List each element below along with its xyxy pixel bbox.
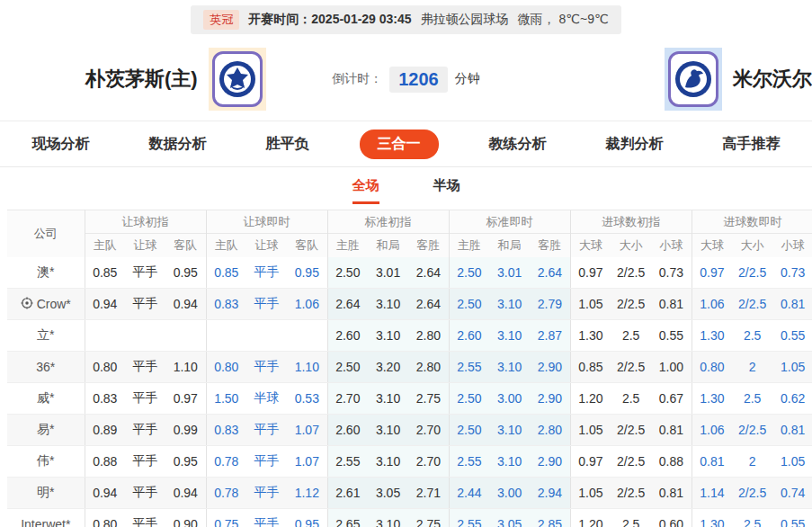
company-cell: 36* — [7, 352, 85, 383]
kickoff-value: 2025-01-29 03:45 — [311, 12, 411, 26]
odds-cell: 0.80 — [692, 352, 732, 383]
odds-cell: 3.10 — [368, 446, 408, 478]
odds-cell: 1.07 — [287, 415, 327, 446]
odds-cell: 平手 — [246, 289, 287, 320]
odds-cell — [206, 320, 246, 352]
odds-cell: 1.30 — [570, 320, 611, 352]
odds-cell: 0.81 — [651, 478, 692, 509]
odds-cell: 3.10 — [368, 509, 408, 527]
odds-cell: 2.80 — [408, 320, 449, 352]
subtab-1[interactable]: 半场 — [433, 177, 460, 204]
odds-cell: 1.50 — [206, 383, 246, 415]
company-column-header: 公司 — [7, 210, 85, 257]
odds-cell: 0.88 — [85, 446, 125, 478]
odds-cell: 1.30 — [692, 509, 732, 527]
odds-cell: 3.05 — [368, 478, 408, 509]
sub-header: 主队 — [206, 234, 246, 257]
match-info-bar: 英冠 开赛时间：2025-01-29 03:45 弗拉顿公园球场 微雨， 8℃~… — [0, 0, 812, 34]
sub-header: 主队 — [85, 234, 125, 257]
odds-cell: 3.00 — [489, 383, 530, 415]
odds-cell: 1.06 — [692, 289, 732, 320]
company-name: Interwet* — [21, 517, 70, 527]
odds-cell: 0.83 — [206, 415, 246, 446]
odds-cell: 0.75 — [206, 509, 246, 527]
odds-cell: 平手 — [246, 509, 287, 527]
odds-cell: 1.10 — [165, 352, 206, 383]
odds-cell: 0.94 — [165, 478, 206, 509]
odds-cell — [85, 320, 125, 352]
subtab-0[interactable]: 全场 — [352, 177, 379, 204]
odds-cell: 0.80 — [206, 352, 246, 383]
odds-cell: 1.05 — [570, 415, 611, 446]
odds-cell: 3.10 — [368, 383, 408, 415]
weather-label: 微雨， 8℃~9℃ — [518, 12, 609, 28]
millwall-crest-icon — [668, 51, 718, 107]
odds-cell: 1.10 — [287, 352, 327, 383]
company-cell: 威* — [7, 383, 85, 415]
odds-cell: 2.80 — [408, 352, 449, 383]
nav-tab-3[interactable]: 三合一 — [360, 130, 439, 159]
odds-cell: 3.01 — [489, 257, 530, 289]
nav-tab-1[interactable]: 数据分析 — [140, 130, 216, 159]
group-header-1: 让球即时 — [206, 210, 327, 234]
odds-cell: 2.64 — [408, 257, 449, 289]
nav-tab-2[interactable]: 胜平负 — [257, 130, 318, 159]
odds-cell — [165, 320, 206, 352]
odds-cell: 0.73 — [772, 257, 812, 289]
odds-cell: 0.67 — [651, 383, 692, 415]
away-team-name: 米尔沃尔 — [733, 66, 812, 93]
odds-cell — [125, 320, 165, 352]
odds-cell: 1.07 — [287, 446, 327, 478]
odds-cell: 0.80 — [85, 509, 125, 527]
odds-cell: 2/2.5 — [732, 289, 772, 320]
sub-header: 客队 — [165, 234, 206, 257]
odds-cell: 2.50 — [327, 257, 368, 289]
odds-cell: 2.75 — [408, 509, 449, 527]
group-header-4: 进球数初指 — [570, 210, 692, 234]
company-name: 立* — [37, 327, 54, 344]
odds-cell: 平手 — [125, 257, 165, 289]
odds-cell: 0.99 — [165, 415, 206, 446]
nav-tab-4[interactable]: 教练分析 — [480, 130, 556, 159]
odds-cell: 1.30 — [692, 320, 732, 352]
odds-cell: 0.94 — [165, 289, 206, 320]
odds-cell: 3.20 — [368, 352, 408, 383]
sub-header: 让球 — [246, 234, 287, 257]
odds-cell: 0.83 — [85, 383, 125, 415]
table-row: 澳*0.85平手0.950.85平手0.952.503.012.642.503.… — [7, 257, 812, 289]
company-cell: Crow* — [7, 289, 85, 320]
company-name: Crow* — [37, 297, 71, 311]
odds-cell: 0.81 — [651, 415, 692, 446]
league-badge: 英冠 — [203, 10, 239, 30]
odds-cell: 0.78 — [206, 478, 246, 509]
odds-cell: 1.00 — [651, 352, 692, 383]
group-header-2: 标准初指 — [327, 210, 449, 234]
odds-cell: 3.10 — [489, 446, 530, 478]
odds-cell: 2.65 — [327, 509, 368, 527]
odds-cell: 平手 — [246, 446, 287, 478]
odds-cell: 0.85 — [85, 257, 125, 289]
odds-cell: 0.55 — [772, 509, 812, 527]
odds-cell: 2/2.5 — [611, 415, 651, 446]
odds-cell: 平手 — [246, 478, 287, 509]
odds-cell: 0.94 — [85, 478, 125, 509]
odds-cell: 0.89 — [85, 415, 125, 446]
sub-header: 大小 — [611, 234, 651, 257]
odds-cell — [287, 320, 327, 352]
odds-cell: 3.01 — [368, 257, 408, 289]
target-icon — [21, 297, 33, 312]
sub-header: 客胜 — [408, 234, 449, 257]
odds-cell: 2.79 — [530, 289, 570, 320]
nav-tab-5[interactable]: 裁判分析 — [597, 130, 673, 159]
nav-tab-6[interactable]: 高手推荐 — [714, 130, 790, 159]
company-cell: 易* — [7, 415, 85, 446]
odds-table: 公司 让球初指让球即时标准初指标准即时进球数初指进球数即时 主队让球客队主队让球… — [7, 210, 812, 527]
odds-cell: 0.80 — [85, 352, 125, 383]
odds-cell: 平手 — [125, 383, 165, 415]
away-logo-frame — [665, 48, 722, 111]
odds-cell: 2.60 — [327, 415, 368, 446]
nav-tab-0[interactable]: 现场分析 — [23, 130, 99, 159]
odds-cell: 2.50 — [327, 352, 368, 383]
odds-cell: 3.05 — [489, 509, 530, 527]
odds-cell: 2/2.5 — [611, 446, 651, 478]
